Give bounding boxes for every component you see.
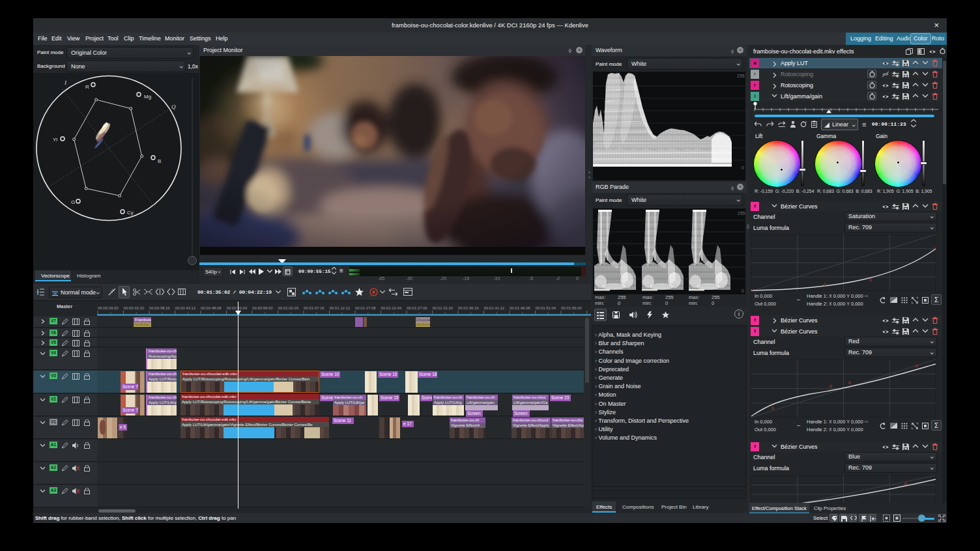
svg-text:0: 0 [742,165,744,170]
svg-text:G: G [71,199,75,205]
svg-text:B: B [158,158,161,164]
svg-text:Q: Q [171,104,176,110]
svg-text:255: 255 [737,74,745,78]
svg-text:Mg: Mg [144,94,151,100]
svg-text:R: R [85,84,89,90]
svg-text:Cy: Cy [127,210,134,216]
svg-text:255: 255 [738,211,745,216]
svg-text:0: 0 [742,289,744,293]
svg-text:Yl: Yl [53,137,57,143]
